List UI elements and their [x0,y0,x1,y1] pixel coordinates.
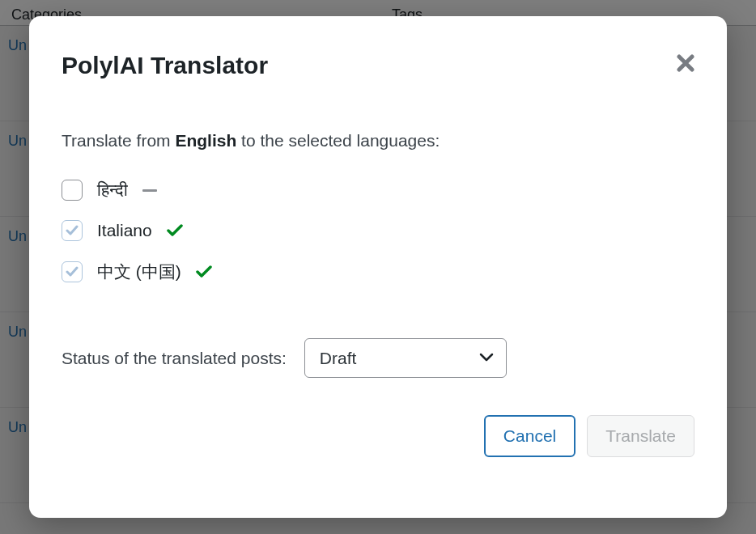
language-label: हिन्दी [97,180,128,200]
language-checkbox-italiano[interactable] [62,220,83,241]
modal-footer: Cancel Translate [62,415,694,457]
status-done-icon [196,265,212,278]
language-label: 中文 (中国) [97,261,181,283]
instruction-text: Translate from English to the selected l… [62,131,694,150]
modal-title: PolylAI Translator [62,52,268,79]
language-item: 中文 (中国) [62,261,694,283]
cancel-button[interactable]: Cancel [484,415,575,457]
status-label: Status of the translated posts: [62,349,287,368]
language-item: हिन्दी [62,180,694,201]
language-item: Italiano [62,220,694,241]
translator-modal: PolylAI Translator Translate from Englis… [29,16,727,518]
language-checkbox-hindi[interactable] [62,180,83,201]
language-label: Italiano [97,221,152,240]
translate-button[interactable]: Translate [587,415,694,457]
close-icon [677,54,694,72]
status-pending-icon [142,189,157,192]
status-row: Status of the translated posts: Draft [62,338,694,378]
status-done-icon [167,224,183,237]
close-button[interactable] [677,52,694,76]
language-checkbox-chinese[interactable] [62,261,83,282]
status-select[interactable]: Draft [304,338,507,378]
language-list: हिन्दी Italiano 中文 (中国) [62,180,694,283]
